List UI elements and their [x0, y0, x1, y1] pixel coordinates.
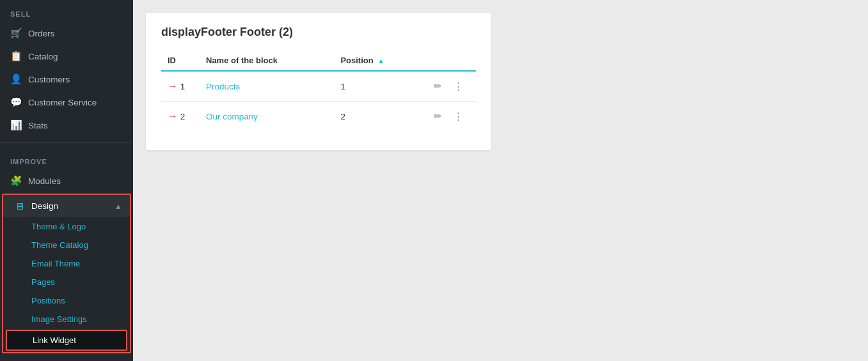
- table-row: → 1 Products 1 ✏ ⋮: [161, 71, 476, 102]
- arrow-icon-2: →: [168, 111, 178, 121]
- sidebar-item-modules[interactable]: 🧩 Modules: [0, 169, 133, 192]
- td-actions-2: ✏ ⋮: [425, 102, 476, 132]
- sidebar-divider-1: [0, 142, 133, 142]
- catalog-icon: 📋: [10, 50, 22, 62]
- customers-icon: 👤: [10, 73, 22, 85]
- sidebar-item-email-theme[interactable]: Email Theme: [3, 254, 130, 273]
- sidebar-item-label: Catalog: [28, 52, 58, 61]
- td-position-2: 2: [334, 102, 425, 132]
- sidebar-item-link-widget[interactable]: Link Widget: [7, 331, 126, 349]
- design-label: Design: [31, 201, 58, 211]
- sidebar-item-label: Orders: [28, 29, 54, 38]
- link-widget-box: Link Widget: [6, 330, 127, 351]
- col-header-id: ID: [161, 50, 200, 71]
- footer-table: ID Name of the block Position ▲ → 1 Prod…: [161, 50, 476, 131]
- sidebar-item-positions[interactable]: Positions: [3, 291, 130, 310]
- design-submenu: Theme & Logo Theme Catalog Email Theme P…: [3, 217, 130, 351]
- sidebar-item-stats[interactable]: 📊 Stats: [0, 114, 133, 137]
- sell-section-title: SELL: [0, 0, 133, 22]
- table-row: → 2 Our company 2 ✏ ⋮: [161, 102, 476, 132]
- sidebar-item-customer-service[interactable]: 💬 Customer Service: [0, 91, 133, 114]
- sidebar-item-label: Customer Service: [28, 98, 97, 107]
- edit-button-2[interactable]: ✏: [431, 109, 445, 123]
- customer-service-icon: 💬: [10, 96, 22, 108]
- td-actions-1: ✏ ⋮: [425, 71, 476, 102]
- sidebar-item-theme-logo[interactable]: Theme & Logo: [3, 217, 130, 236]
- orders-icon: 🛒: [10, 27, 22, 39]
- sidebar-item-pages[interactable]: Pages: [3, 273, 130, 291]
- sidebar-item-design[interactable]: 🖥 Design ▲: [3, 195, 130, 217]
- sidebar-item-catalog[interactable]: 📋 Catalog: [0, 45, 133, 68]
- page-title: displayFooter Footer (2): [161, 26, 476, 39]
- arrow-icon-1: →: [168, 81, 178, 91]
- td-position-1: 1: [334, 71, 425, 102]
- sidebar-item-label: Customers: [28, 75, 70, 84]
- sidebar-item-theme-catalog[interactable]: Theme Catalog: [3, 236, 130, 254]
- sidebar-item-label: Stats: [28, 121, 48, 130]
- edit-button-1[interactable]: ✏: [431, 79, 445, 93]
- td-arrow-2: → 2: [161, 102, 200, 132]
- block-name-link-1[interactable]: Products: [206, 82, 240, 91]
- sidebar-item-label: Modules: [28, 176, 61, 186]
- col-header-position[interactable]: Position ▲: [334, 50, 425, 71]
- sidebar-item-customers[interactable]: 👤 Customers: [0, 68, 133, 91]
- design-icon: 🖥: [13, 201, 25, 211]
- td-arrow-1: → 1: [161, 71, 200, 102]
- block-name-link-2[interactable]: Our company: [206, 112, 258, 121]
- col-header-actions: [425, 50, 476, 71]
- content-card: displayFooter Footer (2) ID Name of the …: [146, 13, 491, 150]
- sort-asc-icon: ▲: [377, 57, 384, 65]
- td-name-1: Products: [200, 71, 334, 102]
- sidebar-item-orders[interactable]: 🛒 Orders: [0, 22, 133, 45]
- main-content: displayFooter Footer (2) ID Name of the …: [133, 0, 868, 361]
- sidebar: SELL 🛒 Orders 📋 Catalog 👤 Customers 💬 Cu…: [0, 0, 133, 361]
- more-button-2[interactable]: ⋮: [451, 109, 466, 123]
- col-header-name: Name of the block: [200, 50, 334, 71]
- sidebar-item-image-settings[interactable]: Image Settings: [3, 310, 130, 328]
- td-name-2: Our company: [200, 102, 334, 132]
- more-button-1[interactable]: ⋮: [451, 79, 466, 93]
- stats-icon: 📊: [10, 119, 22, 131]
- improve-section-title: IMPROVE: [0, 148, 133, 169]
- chevron-up-icon: ▲: [114, 202, 122, 211]
- modules-icon: 🧩: [10, 175, 22, 187]
